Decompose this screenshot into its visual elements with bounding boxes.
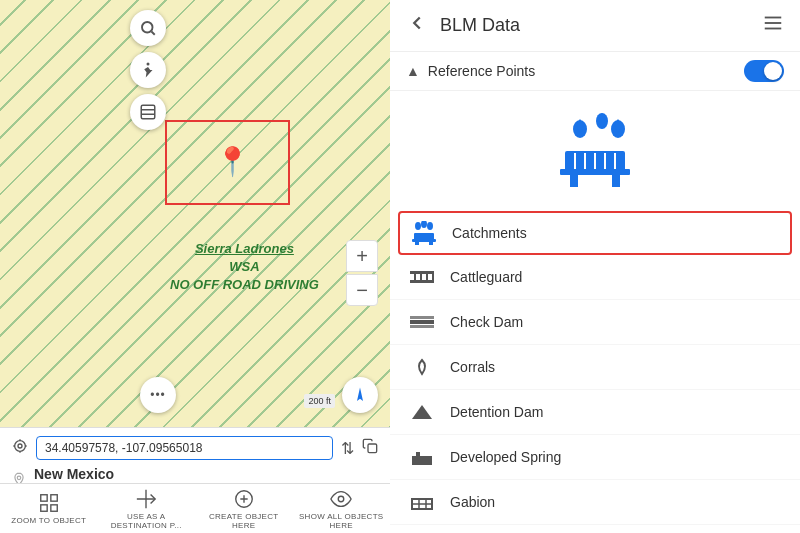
corrals-label: Corrals [450,359,495,375]
svg-rect-22 [765,28,782,30]
svg-rect-38 [414,233,434,240]
developed-spring-label: Developed Spring [450,449,561,465]
svg-point-2 [147,63,150,66]
list-item-gabion[interactable]: Gabion [390,480,800,525]
items-list: Catchments Cattleguard [390,211,800,533]
catchments-label: Catchments [452,225,527,241]
panel-header: BLM Data [390,0,800,52]
zoom-to-object-button[interactable]: ZOOM TO OBJECT [0,488,98,529]
svg-rect-40 [415,242,419,245]
svg-rect-50 [410,325,434,328]
svg-point-0 [142,22,153,33]
svg-rect-20 [765,17,782,19]
gabion-label: Gabion [450,494,495,510]
svg-rect-39 [412,239,436,242]
list-item-corrals[interactable]: Corrals [390,345,800,390]
svg-line-1 [151,31,154,34]
coords-icon [12,438,28,458]
svg-point-13 [17,476,21,480]
coords-copy-icon[interactable] [362,438,378,458]
list-item-catchments[interactable]: Catchments [398,211,792,255]
svg-rect-16 [41,505,47,511]
gabion-icon [406,488,438,516]
catchments-icon-preview [390,91,800,211]
map-area: 📍 Sierra Ladrones WSA NO OFF ROAD DRIVIN… [0,0,390,533]
cattleguard-label: Cattleguard [450,269,522,285]
check-dam-icon [406,308,438,336]
catchments-big-svg [550,111,640,191]
svg-point-37 [427,222,433,230]
svg-rect-49 [410,316,434,319]
svg-rect-48 [410,320,434,324]
right-panel: BLM Data ▲ Reference Points [390,0,800,533]
svg-marker-51 [412,405,432,419]
svg-rect-27 [560,169,630,175]
map-controls [130,10,166,130]
coordinates-input[interactable] [36,436,333,460]
create-object-button[interactable]: CREATE OBJECT HERE [195,484,293,534]
zoom-out-button[interactable]: − [346,274,378,306]
developed-spring-icon [406,443,438,471]
app-container: 📍 Sierra Ladrones WSA NO OFF ROAD DRIVIN… [0,0,800,533]
svg-point-35 [415,222,421,230]
menu-button[interactable] [762,12,784,39]
show-all-objects-button[interactable]: SHOW ALL OBJECTS HERE [293,484,391,534]
map-label: Sierra Ladrones WSA NO OFF ROAD DRIVING [170,240,319,295]
svg-point-19 [339,496,345,502]
cattleguard-icon [406,263,438,291]
search-button[interactable] [130,10,166,46]
map-scale-badge: 200 ft [304,394,335,408]
list-item-cattleguard[interactable]: Cattleguard [390,255,800,300]
walk-button[interactable] [130,52,166,88]
show-all-objects-label: SHOW ALL OBJECTS HERE [295,512,389,530]
list-item-gate[interactable]: Gate [390,525,800,533]
svg-rect-28 [570,175,578,187]
corrals-icon [406,353,438,381]
zoom-to-object-label: ZOOM TO OBJECT [11,516,86,525]
map-pin: 📍 [215,145,250,178]
list-item-developed-spring[interactable]: Developed Spring [390,435,800,480]
reference-points-toggle[interactable] [744,60,784,82]
svg-rect-3 [141,105,155,119]
svg-rect-53 [416,452,420,458]
use-as-destination-button[interactable]: USE AS A DESTINATION P... [98,484,196,534]
map-more-button[interactable]: ••• [140,377,176,413]
svg-rect-21 [765,22,782,24]
svg-rect-15 [51,495,57,501]
back-button[interactable] [406,12,428,39]
svg-rect-12 [368,444,377,453]
svg-rect-14 [41,495,47,501]
bottom-toolbar: ZOOM TO OBJECT USE AS A DESTINATION P...… [0,483,390,533]
svg-point-36 [421,221,427,228]
check-dam-label: Check Dam [450,314,523,330]
catchments-icon [408,219,440,247]
zoom-in-button[interactable]: + [346,240,378,272]
section-header: ▲ Reference Points [390,52,800,91]
list-item-detention-dam[interactable]: Detention Dam [390,390,800,435]
coords-swap-icon[interactable]: ⇅ [341,439,354,458]
svg-rect-17 [51,505,57,511]
layers-button[interactable] [130,94,166,130]
expand-icon[interactable]: ▲ [406,63,420,79]
list-item-check-dam[interactable]: Check Dam [390,300,800,345]
svg-point-7 [15,441,26,452]
compass-button[interactable] [342,377,378,413]
detention-dam-label: Detention Dam [450,404,543,420]
map-zoom-controls: + − [346,240,378,306]
svg-rect-29 [612,175,620,187]
svg-rect-52 [412,456,432,464]
svg-rect-41 [429,242,433,245]
detention-dam-icon [406,398,438,426]
use-as-destination-label: USE AS A DESTINATION P... [100,512,194,530]
svg-point-6 [18,444,22,448]
section-title: Reference Points [428,63,744,79]
panel-title: BLM Data [440,15,750,36]
create-object-label: CREATE OBJECT HERE [197,512,291,530]
